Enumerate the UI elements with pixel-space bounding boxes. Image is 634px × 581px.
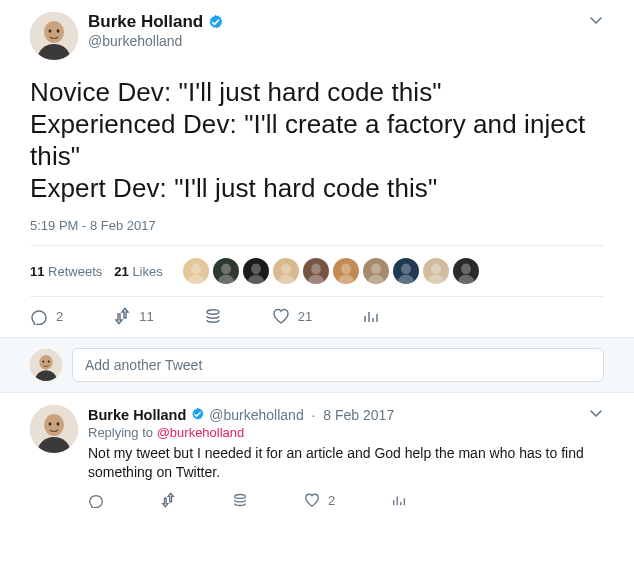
- reply-tweet: Burke Holland @burkeholland · 8 Feb 2017…: [0, 393, 634, 522]
- main-tweet: Burke Holland @burkeholland Novice Dev: …: [0, 0, 634, 338]
- liker-avatar[interactable]: [423, 258, 449, 284]
- reply-menu-button[interactable]: [588, 405, 604, 424]
- liker-avatar[interactable]: [183, 258, 209, 284]
- svg-point-15: [308, 275, 324, 284]
- liker-avatar[interactable]: [243, 258, 269, 284]
- analytics-button[interactable]: [362, 307, 380, 325]
- reply-date[interactable]: 8 Feb 2017: [323, 407, 394, 423]
- liker-avatar[interactable]: [273, 258, 299, 284]
- compose-input[interactable]: Add another Tweet: [72, 348, 604, 382]
- liker-avatar[interactable]: [333, 258, 359, 284]
- tweet-timestamp[interactable]: 5:19 PM - 8 Feb 2017: [30, 218, 604, 246]
- liker-avatar[interactable]: [303, 258, 329, 284]
- reply-text: Not my tweet but I needed it for an arti…: [88, 444, 604, 482]
- liker-avatars[interactable]: [183, 258, 483, 284]
- liker-avatar[interactable]: [213, 258, 239, 284]
- svg-point-14: [311, 263, 321, 274]
- like-button[interactable]: 21: [272, 307, 312, 325]
- compose-avatar[interactable]: [30, 349, 62, 381]
- reply-share-button[interactable]: [232, 492, 248, 508]
- reply-author-name[interactable]: Burke Holland: [88, 407, 205, 423]
- replying-to: Replying to @burkeholland: [88, 425, 604, 440]
- reply-author-handle[interactable]: @burkeholland: [209, 407, 303, 423]
- verified-badge-icon: [207, 14, 224, 31]
- reply-actions: 2: [88, 492, 604, 508]
- reply-like-count: 2: [328, 493, 335, 508]
- svg-point-23: [428, 275, 444, 284]
- reply-count: 2: [56, 309, 63, 324]
- author-name: Burke Holland: [88, 12, 203, 32]
- likes-stat[interactable]: 21 Likes: [114, 264, 162, 279]
- svg-point-9: [218, 275, 234, 284]
- reply-header: Burke Holland @burkeholland · 8 Feb 2017: [88, 405, 604, 424]
- compose-strip: Add another Tweet: [0, 338, 634, 393]
- tweet-menu-button[interactable]: [588, 12, 604, 32]
- reply-analytics-button[interactable]: [391, 492, 407, 508]
- reply-reply-button[interactable]: [88, 492, 104, 508]
- tweet-header: Burke Holland @burkeholland: [30, 12, 604, 60]
- reply-like-button[interactable]: 2: [304, 492, 335, 508]
- reply-retweet-button[interactable]: [160, 492, 176, 508]
- likes-count: 21: [114, 264, 128, 279]
- replying-to-mention[interactable]: @burkeholland: [157, 425, 245, 440]
- like-count: 21: [298, 309, 312, 324]
- svg-point-11: [248, 275, 264, 284]
- reply-button[interactable]: 2: [30, 307, 63, 325]
- retweets-count: 11: [30, 264, 44, 279]
- svg-point-6: [191, 263, 201, 274]
- avatar[interactable]: [30, 12, 78, 60]
- svg-point-16: [341, 263, 351, 274]
- svg-point-7: [188, 275, 204, 284]
- liker-avatar[interactable]: [393, 258, 419, 284]
- likes-label: Likes: [132, 264, 162, 279]
- reply-avatar[interactable]: [30, 405, 78, 453]
- svg-point-25: [458, 275, 474, 284]
- retweet-count: 11: [139, 309, 153, 324]
- svg-point-12: [281, 263, 291, 274]
- svg-point-10: [251, 263, 261, 274]
- svg-point-8: [221, 263, 231, 274]
- retweets-label: Retweets: [48, 264, 102, 279]
- author-handle: @burkeholland: [88, 33, 588, 49]
- svg-point-18: [371, 263, 381, 274]
- svg-point-21: [398, 275, 414, 284]
- svg-point-22: [431, 263, 441, 274]
- svg-point-13: [278, 275, 294, 284]
- retweet-button[interactable]: 11: [113, 307, 153, 325]
- share-button[interactable]: [204, 307, 222, 325]
- author-block[interactable]: Burke Holland @burkeholland: [88, 12, 588, 49]
- svg-point-20: [401, 263, 411, 274]
- svg-point-24: [461, 263, 471, 274]
- liker-avatar[interactable]: [363, 258, 389, 284]
- retweets-stat[interactable]: 11 Retweets: [30, 264, 102, 279]
- verified-badge-icon: [190, 407, 205, 422]
- svg-point-19: [368, 275, 384, 284]
- actions-row: 2 11 21: [30, 297, 604, 337]
- liker-avatar[interactable]: [453, 258, 479, 284]
- stats-row: 11 Retweets 21 Likes: [30, 246, 604, 297]
- svg-point-17: [338, 275, 354, 284]
- tweet-text: Novice Dev: "I'll just hard code this" E…: [30, 76, 604, 204]
